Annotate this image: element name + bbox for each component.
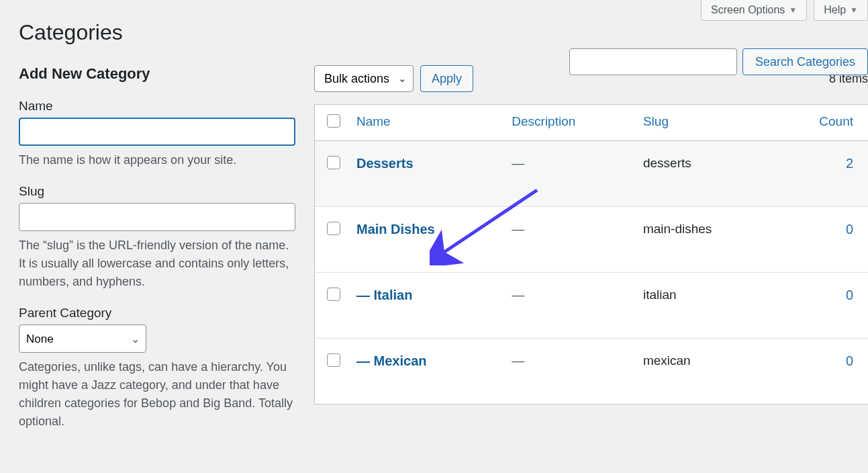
category-count-link[interactable]: 0 (846, 222, 853, 236)
category-slug: italian (635, 273, 775, 339)
screen-options-label: Screen Options (711, 4, 785, 16)
help-label: Help (824, 4, 846, 16)
select-all-checkbox[interactable] (327, 114, 340, 128)
search-input[interactable] (569, 48, 737, 75)
table-row: — Mexican—mexican0 (315, 339, 869, 404)
bulk-actions-select[interactable]: Bulk actions (314, 65, 414, 92)
category-name-link[interactable]: Desserts (356, 156, 414, 171)
page-title: Categories (19, 20, 868, 45)
category-name-link[interactable]: — Mexican (356, 353, 427, 368)
search-button[interactable]: Search Categories (742, 48, 868, 75)
category-name-link[interactable]: — Italian (356, 288, 412, 302)
name-label: Name (19, 99, 295, 114)
table-row: — Italian—italian0 (315, 273, 869, 339)
col-name[interactable]: Name (348, 105, 503, 141)
table-row: Desserts—desserts2 (315, 141, 869, 207)
name-input[interactable] (19, 118, 295, 146)
col-description[interactable]: Description (503, 105, 635, 141)
form-heading: Add New Category (19, 65, 295, 83)
category-count-link[interactable]: 2 (846, 156, 853, 171)
col-slug[interactable]: Slug (635, 105, 775, 141)
category-slug: main-dishes (635, 207, 775, 273)
row-checkbox[interactable] (327, 222, 340, 235)
row-checkbox[interactable] (327, 353, 340, 367)
row-checkbox[interactable] (327, 156, 340, 169)
slug-label: Slug (19, 184, 295, 199)
caret-down-icon: ▼ (850, 5, 858, 15)
col-count[interactable]: Count (775, 105, 868, 141)
category-description: — (503, 141, 635, 207)
slug-input[interactable] (19, 203, 295, 231)
screen-options-button[interactable]: Screen Options ▼ (701, 0, 807, 21)
parent-select[interactable]: None (19, 325, 146, 353)
category-slug: desserts (635, 141, 775, 207)
category-description: — (503, 339, 635, 404)
category-name-link[interactable]: Main Dishes (356, 222, 435, 236)
slug-help: The “slug” is the URL-friendly version o… (19, 236, 295, 291)
help-button[interactable]: Help ▼ (814, 0, 868, 21)
parent-label: Parent Category (19, 306, 295, 320)
parent-help: Categories, unlike tags, can have a hier… (19, 358, 295, 431)
name-help: The name is how it appears on your site. (19, 151, 295, 169)
caret-down-icon: ▼ (789, 5, 797, 15)
category-description: — (503, 273, 635, 339)
apply-button[interactable]: Apply (420, 65, 473, 92)
row-checkbox[interactable] (327, 288, 340, 301)
category-description: — (503, 207, 635, 273)
table-row: Main Dishes—main-dishes0 (315, 207, 869, 273)
category-count-link[interactable]: 0 (846, 288, 853, 302)
category-slug: mexican (635, 339, 775, 404)
category-count-link[interactable]: 0 (846, 353, 853, 368)
